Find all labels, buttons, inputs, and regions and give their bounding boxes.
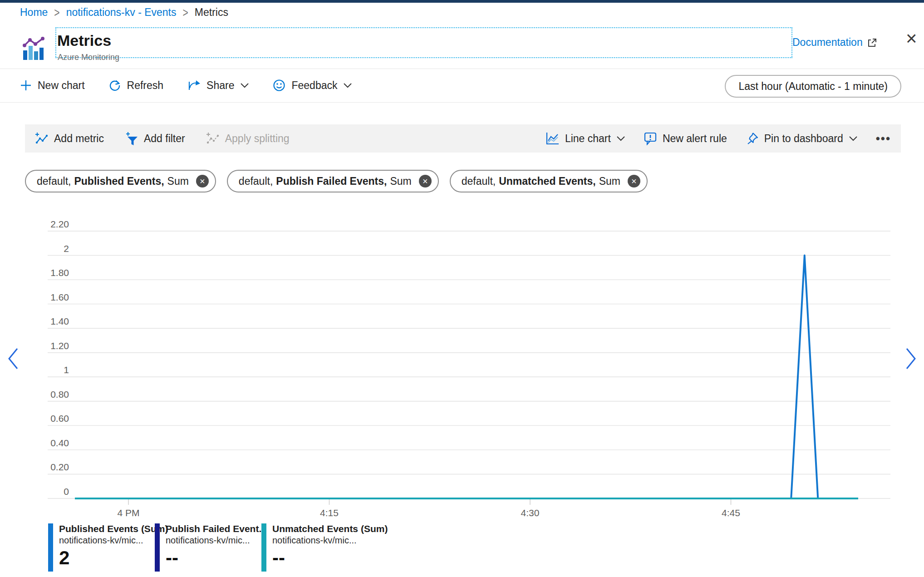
y-tick-label: 0 bbox=[19, 486, 69, 497]
chevron-down-icon bbox=[616, 136, 625, 141]
refresh-icon bbox=[108, 79, 121, 92]
legend-series-resource: notifications-kv/mic... bbox=[166, 535, 267, 546]
x-tick-label: 4:15 bbox=[302, 508, 357, 518]
legend-series-value: 2 bbox=[59, 548, 168, 567]
chevron-down-icon bbox=[240, 83, 249, 88]
breadcrumb-resource[interactable]: notifications-kv - Events bbox=[66, 6, 177, 19]
y-tick-label: 1.40 bbox=[19, 316, 69, 327]
title-focus-outline bbox=[55, 27, 792, 58]
metric-pill-unmatched-events[interactable]: default, Unmatched Events, Sum × bbox=[450, 170, 648, 192]
y-tick-label: 1 bbox=[19, 365, 69, 375]
chart-toolbar: New chart Refresh Share bbox=[20, 69, 352, 102]
pill-metric: Published Events, bbox=[74, 175, 164, 187]
remove-metric-icon[interactable]: × bbox=[196, 175, 209, 187]
refresh-button[interactable]: Refresh bbox=[108, 79, 164, 92]
chart-page-prev-button[interactable] bbox=[6, 347, 20, 370]
chart-type-selector[interactable]: Line chart bbox=[545, 132, 625, 145]
refresh-label: Refresh bbox=[127, 79, 164, 92]
new-alert-rule-label: New alert rule bbox=[663, 133, 727, 145]
new-alert-rule-button[interactable]: New alert rule bbox=[644, 132, 727, 145]
pin-to-dashboard-label: Pin to dashboard bbox=[764, 133, 843, 145]
y-tick-label: 0.20 bbox=[19, 462, 69, 473]
external-link-icon bbox=[867, 38, 877, 48]
command-bar-right: Line chart New alert rule Pin to das bbox=[527, 132, 891, 146]
add-filter-icon bbox=[125, 131, 138, 146]
page-header: Metrics Azure Monitoring Documentation × bbox=[0, 25, 924, 69]
alert-rule-icon bbox=[644, 132, 657, 145]
chart-page-next-button[interactable] bbox=[904, 347, 918, 370]
apply-splitting-button[interactable]: Apply splitting bbox=[206, 132, 290, 145]
share-button[interactable]: Share bbox=[187, 79, 249, 92]
pill-aggregation: Sum bbox=[390, 175, 411, 187]
share-label: Share bbox=[206, 79, 234, 92]
y-tick-label: 2.20 bbox=[19, 219, 69, 230]
y-tick-label: 1.60 bbox=[19, 292, 69, 303]
legend-color-bar bbox=[48, 523, 53, 572]
pill-scope: default, bbox=[239, 175, 273, 187]
metric-pill-published-events[interactable]: default, Published Events, Sum × bbox=[25, 170, 216, 192]
remove-metric-icon[interactable]: × bbox=[628, 175, 640, 187]
apply-splitting-icon bbox=[206, 132, 220, 145]
legend-color-bar bbox=[155, 523, 160, 572]
page-subtitle: Azure Monitoring bbox=[58, 53, 119, 62]
pin-to-dashboard-button[interactable]: Pin to dashboard bbox=[745, 132, 858, 145]
chart-type-label: Line chart bbox=[565, 133, 611, 145]
y-tick-label: 0.60 bbox=[19, 413, 69, 424]
pill-scope: default, bbox=[37, 175, 71, 187]
new-chart-label: New chart bbox=[38, 79, 85, 92]
time-range-picker[interactable]: Last hour (Automatic - 1 minute) bbox=[725, 75, 901, 98]
legend-color-bar bbox=[261, 523, 266, 572]
documentation-link[interactable]: Documentation bbox=[792, 36, 877, 49]
legend-item-publish-failed-events[interactable]: Publish Failed Event... notifications-kv… bbox=[155, 523, 267, 572]
apply-splitting-label: Apply splitting bbox=[225, 133, 290, 145]
chart-legend: Published Events (Sum) notifications-kv/… bbox=[0, 523, 924, 573]
pill-aggregation: Sum bbox=[599, 175, 620, 187]
metric-pill-publish-failed-events[interactable]: default, Publish Failed Events, Sum × bbox=[227, 170, 439, 192]
portal-top-bar bbox=[0, 0, 924, 3]
metrics-page: Home > notifications-kv - Events > Metri… bbox=[0, 0, 924, 577]
x-tick-label: 4:45 bbox=[704, 508, 758, 518]
legend-item-unmatched-events[interactable]: Unmatched Events (Sum) notifications-kv/… bbox=[261, 523, 388, 572]
ellipsis-icon: ••• bbox=[876, 132, 891, 146]
pill-aggregation: Sum bbox=[167, 175, 189, 187]
legend-series-resource: notifications-kv/mic... bbox=[272, 535, 388, 546]
remove-metric-icon[interactable]: × bbox=[419, 175, 432, 187]
line-chart-icon bbox=[545, 132, 560, 145]
x-tick-label: 4:30 bbox=[503, 508, 557, 518]
pill-scope: default, bbox=[462, 175, 496, 187]
feedback-button[interactable]: Feedback bbox=[273, 79, 352, 92]
smiley-icon bbox=[273, 79, 285, 92]
add-metric-label: Add metric bbox=[54, 133, 104, 145]
breadcrumb-separator-icon: > bbox=[54, 5, 59, 20]
legend-series-value: -- bbox=[272, 548, 388, 567]
toolbar-divider bbox=[0, 102, 924, 103]
pin-icon bbox=[745, 132, 759, 145]
legend-series-name: Published Events (Sum) bbox=[59, 523, 168, 534]
y-tick-label: 0.80 bbox=[19, 389, 69, 400]
y-tick-label: 0.40 bbox=[19, 438, 69, 449]
x-tick-label: 4 PM bbox=[101, 508, 156, 518]
pill-metric: Publish Failed Events, bbox=[276, 175, 387, 187]
legend-series-value: -- bbox=[166, 548, 267, 567]
y-tick-label: 1.20 bbox=[19, 340, 69, 351]
close-icon[interactable]: × bbox=[906, 29, 917, 48]
add-metric-button[interactable]: Add metric bbox=[35, 132, 104, 145]
documentation-label: Documentation bbox=[792, 36, 863, 49]
add-filter-button[interactable]: Add filter bbox=[125, 131, 185, 146]
breadcrumb-separator-icon: > bbox=[183, 5, 188, 20]
breadcrumb-current: Metrics bbox=[195, 6, 228, 19]
pill-metric: Unmatched Events, bbox=[499, 175, 595, 187]
metric-command-bar: Add metric Add filter Apply splitting bbox=[25, 124, 901, 153]
chevron-down-icon bbox=[849, 136, 858, 141]
more-options-button[interactable]: ••• bbox=[876, 132, 891, 146]
new-chart-button[interactable]: New chart bbox=[20, 79, 85, 92]
y-tick-label: 1.80 bbox=[19, 267, 69, 278]
metric-pill-row: default, Published Events, Sum × default… bbox=[25, 170, 648, 192]
add-metric-icon bbox=[35, 132, 49, 145]
breadcrumb-home[interactable]: Home bbox=[20, 6, 48, 19]
legend-item-published-events[interactable]: Published Events (Sum) notifications-kv/… bbox=[48, 523, 168, 572]
legend-series-name: Publish Failed Event... bbox=[166, 523, 267, 534]
breadcrumb: Home > notifications-kv - Events > Metri… bbox=[20, 6, 228, 19]
time-range-label: Last hour (Automatic - 1 minute) bbox=[738, 80, 888, 93]
page-title: Metrics bbox=[57, 32, 111, 49]
